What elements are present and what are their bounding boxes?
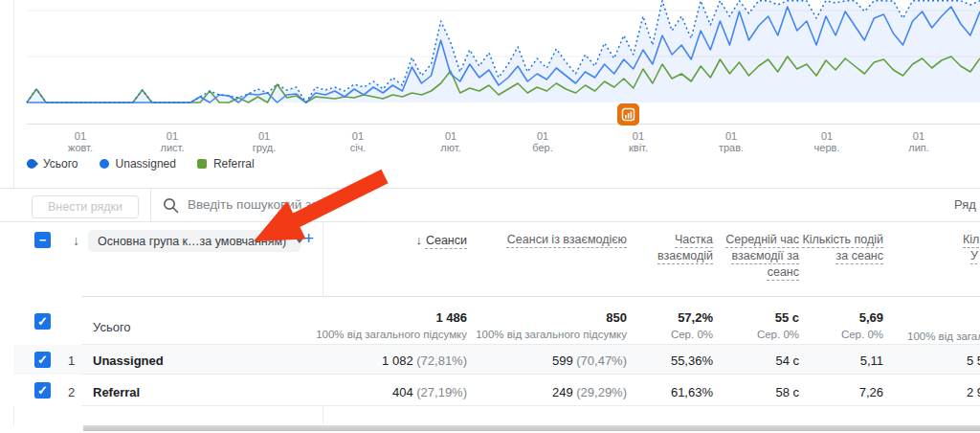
cell-clipped: 5 5: [967, 353, 980, 368]
column-header-engaged-sessions[interactable]: Сеанси із взаємодією: [464, 232, 627, 248]
column-header-sessions[interactable]: ↓Сеанси: [314, 232, 467, 249]
legend-item-referral: Referral: [197, 157, 255, 171]
legend-label: Unassigned: [116, 157, 176, 171]
chart-legend: Усього Unassigned Referral: [27, 157, 255, 171]
cell-engagement-rate: 61,63%: [617, 385, 713, 399]
row-label: Referral: [93, 385, 140, 399]
cell-avg-engagement-time: 58 с: [703, 385, 799, 399]
rows-per-page-label[interactable]: Ряд: [954, 197, 976, 212]
dimension-sort-arrow-icon: ↓: [73, 233, 79, 248]
chart-canvas: [0, 0, 980, 128]
cell-avg-engagement-time: 54 с: [703, 353, 799, 368]
cell-engagement-rate: 55,36%: [617, 353, 713, 368]
cell-events-per-session: 7,26: [788, 385, 883, 399]
row-label: Unassigned: [93, 353, 164, 368]
column-header-events-per-session[interactable]: Кількість подій за сеанс: [788, 232, 883, 264]
x-tick: 01квіт.: [629, 130, 648, 153]
row-checkbox[interactable]: ✓: [34, 382, 51, 399]
x-tick: 01лист.: [161, 130, 185, 153]
x-tick: 01черв.: [814, 130, 840, 153]
sort-descending-icon: ↓: [415, 233, 422, 247]
table-toolbar: Внести рядки Введіть пошуковий запит Ряд: [0, 188, 980, 222]
cell-sessions: 1 486 100% від загального підсумку: [314, 310, 467, 340]
legend-item-unassigned: Unassigned: [100, 157, 176, 171]
search-input[interactable]: Введіть пошуковий запит: [188, 197, 339, 212]
row-border: [81, 405, 980, 406]
referral-swatch-icon: [197, 159, 207, 169]
table-row-referral: ✓ 2 Referral 404 (27,19%) 249 (29,29%) 6…: [13, 375, 980, 406]
dimension-dropdown[interactable]: Основна група к…за умовчанням): [88, 230, 301, 252]
cell-events-per-session: 5,69 Сер. 0%: [788, 310, 883, 340]
x-tick: 01бер.: [532, 130, 552, 153]
row-checkbox[interactable]: ✓: [34, 352, 51, 368]
cell-clipped-sub: 100% від загаль: [907, 330, 980, 342]
cell-engaged-sessions: 599 (70,47%): [464, 353, 627, 368]
column-header-clipped[interactable]: Кіл У: [963, 232, 980, 264]
cell-clipped: 2 9: [967, 385, 980, 399]
row-rank: 1: [68, 353, 75, 368]
cell-engagement-rate: 57,2% Сер. 0%: [617, 310, 713, 340]
cell-sessions: 404 (27,19%): [314, 385, 467, 399]
insight-marker-icon[interactable]: [617, 103, 639, 125]
add-dimension-button[interactable]: +: [303, 228, 314, 249]
x-tick: 01січ.: [350, 130, 367, 153]
x-tick: 01лип.: [908, 130, 929, 153]
search-icon: [163, 197, 179, 214]
x-tick: 01трав.: [719, 130, 744, 153]
row-checkbox[interactable]: ✓: [34, 313, 51, 330]
select-all-checkbox[interactable]: −: [34, 232, 51, 248]
dimension-dropdown-label: Основна група к…за умовчанням): [98, 235, 286, 248]
cell-events-per-session: 5,11: [788, 353, 883, 368]
unassigned-swatch-icon: [100, 159, 109, 169]
row-rank: 2: [68, 385, 75, 399]
cell-avg-engagement-time: 55 с Сер. 0%: [703, 310, 799, 340]
legend-item-total: Усього: [27, 157, 78, 171]
import-rows-button[interactable]: Внести рядки: [32, 195, 139, 218]
cell-engaged-sessions: 850 100% від загального підсумку: [464, 310, 627, 340]
total-swatch-icon: [25, 157, 38, 171]
legend-label: Усього: [43, 157, 78, 171]
row-label: Усього: [93, 320, 131, 334]
column-header-avg-engagement-time[interactable]: Середній час взаємодії за сеанс: [703, 232, 799, 281]
table-row-total: ✓ Усього 1 486 100% від загального підсу…: [13, 297, 980, 345]
legend-label: Referral: [213, 157, 255, 171]
table-row-unassigned: ✓ 1 Unassigned 1 082 (72,81%) 599 (70,47…: [13, 345, 980, 375]
chart-x-axis-ticks: 01жовт.01лист.01груд.01січ.01лют.01бер.0…: [0, 130, 980, 155]
cell-sessions: 1 082 (72,81%): [314, 353, 467, 368]
bar-chart-icon: [621, 107, 635, 122]
x-tick: 01лют.: [440, 130, 460, 153]
x-tick: 01груд.: [253, 130, 277, 153]
cell-engaged-sessions: 249 (29,29%): [464, 385, 627, 399]
table-header-row: − ↓ Основна група к…за умовчанням) + ↓Се…: [13, 222, 980, 297]
sessions-over-time-chart: [0, 0, 980, 128]
x-tick: 01жовт.: [68, 130, 93, 153]
column-header-engagement-rate[interactable]: Частка взаємодій: [617, 232, 713, 264]
toolbar-divider: [150, 189, 151, 221]
horizontal-scrollbar[interactable]: [83, 425, 980, 431]
